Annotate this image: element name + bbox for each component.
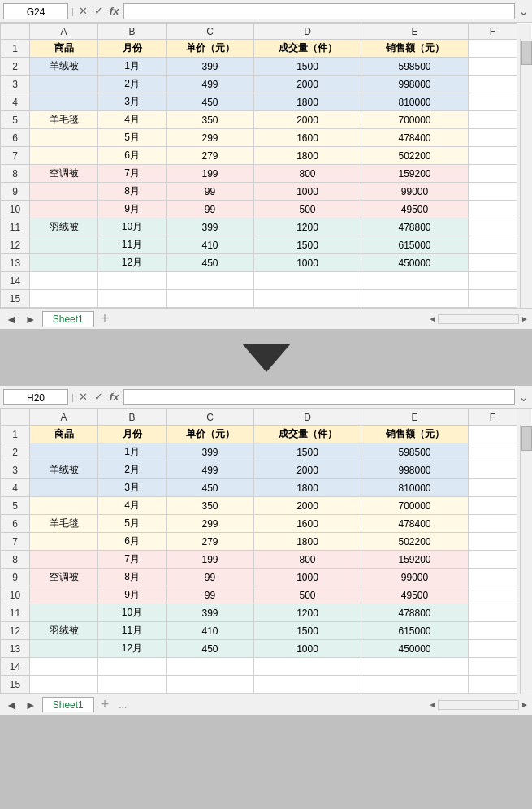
cell-3-f[interactable]	[469, 76, 517, 93]
cell-4-b[interactable]: 3月	[98, 93, 167, 111]
bottom-formula-input[interactable]	[123, 389, 515, 405]
cell-13-f[interactable]	[469, 640, 517, 658]
row-header-15[interactable]: 15	[1, 676, 30, 694]
cell-12-d[interactable]: 1500	[254, 236, 361, 254]
cell-13-c[interactable]: 450	[167, 640, 254, 658]
bottom-sheet-add[interactable]: +	[97, 696, 113, 713]
cell-13-c[interactable]: 450	[167, 254, 254, 272]
row-header-2[interactable]: 2	[1, 58, 30, 76]
cell-3-b[interactable]: 2月	[98, 461, 167, 479]
bottom-confirm-icon[interactable]: ✓	[93, 391, 105, 403]
row-header-12[interactable]: 12	[1, 622, 30, 640]
cell-10-f[interactable]	[469, 201, 517, 218]
cell-9-f[interactable]	[469, 183, 517, 201]
row-header-11[interactable]: 11	[1, 218, 30, 236]
bottom-hscrollbar[interactable]	[438, 700, 519, 710]
cell-8-f[interactable]	[469, 551, 517, 569]
cell-4-d[interactable]: 1800	[254, 479, 361, 497]
cell-12-c[interactable]: 410	[167, 236, 254, 254]
cell-4-f[interactable]	[469, 479, 517, 497]
bottom-hscroll-right[interactable]: ►	[521, 700, 529, 709]
cell-8-e[interactable]: 159200	[361, 165, 469, 183]
cell-9-e[interactable]: 99000	[361, 569, 469, 586]
cell-2-c[interactable]: 399	[167, 443, 254, 461]
top-vscrollbar[interactable]	[520, 39, 532, 308]
cell-9-a[interactable]: 空调被	[30, 569, 98, 586]
row-header-5[interactable]: 5	[1, 111, 30, 129]
col-header-d[interactable]: D	[254, 24, 361, 40]
cell-5-d[interactable]: 2000	[254, 111, 361, 129]
cell-15-c[interactable]	[167, 290, 254, 308]
col-header-e[interactable]: E	[361, 24, 469, 40]
cell-11-c[interactable]: 399	[167, 218, 254, 236]
cell-4-e[interactable]: 810000	[361, 93, 469, 111]
cell-5-b[interactable]: 4月	[98, 497, 167, 515]
cell-9-f[interactable]	[469, 569, 517, 586]
cell-2-b[interactable]: 1月	[98, 58, 167, 76]
cell-2-a[interactable]: 羊绒被	[30, 58, 98, 76]
cell-10-d[interactable]: 500	[254, 201, 361, 218]
cell-10-a[interactable]	[30, 201, 98, 218]
row-header-4[interactable]: 4	[1, 479, 30, 497]
cell-15-a[interactable]	[30, 676, 98, 694]
bottom-sheet-nav-next[interactable]: ►	[23, 699, 39, 712]
row-header-13[interactable]: 13	[1, 640, 30, 658]
cell-14-b[interactable]	[98, 272, 167, 290]
row-header-13[interactable]: 13	[1, 254, 30, 272]
cell-8-a[interactable]: 空调被	[30, 165, 98, 183]
cell-1-c[interactable]: 单价（元）	[167, 426, 254, 443]
bottom-hscroll-left[interactable]: ◄	[428, 700, 436, 709]
cell-12-a[interactable]: 羽绒被	[30, 622, 98, 640]
cell-8-d[interactable]: 800	[254, 165, 361, 183]
cell-15-a[interactable]	[30, 290, 98, 308]
cell-8-e[interactable]: 159200	[361, 551, 469, 569]
cell-15-c[interactable]	[167, 676, 254, 694]
cell-3-d[interactable]: 2000	[254, 461, 361, 479]
cell-13-d[interactable]: 1000	[254, 254, 361, 272]
cell-10-e[interactable]: 49500	[361, 586, 469, 604]
cell-2-f[interactable]	[469, 58, 517, 76]
cell-14-d[interactable]	[254, 658, 361, 676]
top-sheet-nav-next[interactable]: ►	[23, 313, 39, 326]
cell-6-b[interactable]: 5月	[98, 129, 167, 147]
cell-8-d[interactable]: 800	[254, 551, 361, 569]
row-header-1[interactable]: 1	[1, 426, 30, 443]
cell-9-c[interactable]: 99	[167, 569, 254, 586]
cell-2-a[interactable]	[30, 443, 98, 461]
cell-14-b[interactable]	[98, 658, 167, 676]
cell-11-b[interactable]: 10月	[98, 604, 167, 622]
cell-6-c[interactable]: 299	[167, 129, 254, 147]
row-header-10[interactable]: 10	[1, 201, 30, 218]
top-sheet-nav-prev[interactable]: ◄	[3, 313, 19, 326]
cell-3-a[interactable]: 羊绒被	[30, 461, 98, 479]
row-header-4[interactable]: 4	[1, 93, 30, 111]
cell-14-a[interactable]	[30, 658, 98, 676]
cell-5-c[interactable]: 350	[167, 497, 254, 515]
cell-2-e[interactable]: 598500	[361, 443, 469, 461]
cell-10-c[interactable]: 99	[167, 586, 254, 604]
cell-4-d[interactable]: 1800	[254, 93, 361, 111]
top-sheet-add[interactable]: +	[97, 310, 113, 327]
cell-12-b[interactable]: 11月	[98, 622, 167, 640]
row-header-8[interactable]: 8	[1, 551, 30, 569]
cell-10-b[interactable]: 9月	[98, 201, 167, 218]
cell-6-f[interactable]	[469, 515, 517, 533]
row-header-14[interactable]: 14	[1, 272, 30, 290]
cell-8-b[interactable]: 7月	[98, 551, 167, 569]
bottom-cell-ref[interactable]: H20	[3, 389, 68, 405]
cell-13-e[interactable]: 450000	[361, 640, 469, 658]
bottom-col-header-c[interactable]: C	[167, 409, 254, 426]
cell-12-e[interactable]: 615000	[361, 622, 469, 640]
cell-15-d[interactable]	[254, 676, 361, 694]
row-header-1[interactable]: 1	[1, 40, 30, 58]
cell-5-a[interactable]	[30, 497, 98, 515]
bottom-fx-icon[interactable]: fx	[108, 391, 121, 403]
cell-4-a[interactable]	[30, 93, 98, 111]
cell-5-b[interactable]: 4月	[98, 111, 167, 129]
cell-9-e[interactable]: 99000	[361, 183, 469, 201]
row-header-7[interactable]: 7	[1, 147, 30, 165]
top-formula-input[interactable]	[123, 3, 515, 19]
cell-4-b[interactable]: 3月	[98, 479, 167, 497]
cell-12-e[interactable]: 615000	[361, 236, 469, 254]
bottom-col-header-b[interactable]: B	[98, 409, 167, 426]
